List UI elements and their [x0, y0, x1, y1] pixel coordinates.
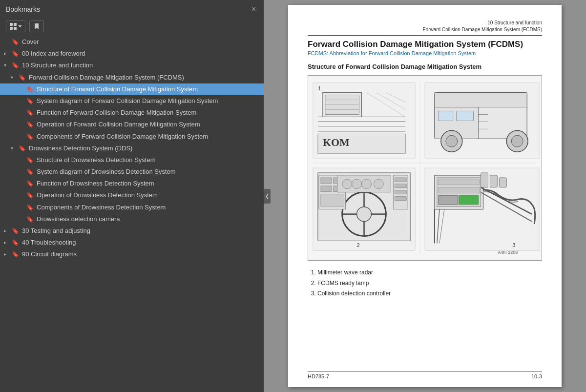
- bookmark-text-testing: 30 Testing and adjusting: [22, 227, 264, 235]
- bookmark-text-sysdiag-dds: System diagram of Drowsiness Detection S…: [37, 167, 264, 176]
- svg-rect-55: [395, 190, 406, 194]
- bookmark-icon-cover: 🔖: [12, 38, 19, 46]
- svg-point-28: [446, 135, 458, 147]
- chevron-down-icon: [18, 24, 22, 28]
- bookmark-text-op-fcdms: Operation of Forward Collision Damage Mi…: [37, 120, 264, 129]
- list-item: Millimeter wave radar: [317, 268, 542, 278]
- list-item: FCDMS ready lamp: [317, 278, 542, 289]
- svg-text:KOM: KOM: [323, 136, 350, 148]
- list-item: Collision detection controller: [317, 289, 542, 299]
- svg-rect-53: [395, 178, 406, 182]
- bookmark-text-func-fcdms: Function of Forward Collision Damage Mit…: [37, 108, 264, 117]
- svg-point-58: [342, 179, 352, 189]
- svg-point-41: [357, 207, 372, 222]
- sidebar: Bookmarks × ▾🔖Cover▸🔖00 Index and forewo…: [0, 0, 264, 392]
- svg-rect-49: [321, 186, 332, 192]
- bookmark-icon-func-fcdms: 🔖: [26, 109, 34, 117]
- collapse-panel-button[interactable]: ❮: [264, 189, 271, 204]
- svg-point-30: [511, 135, 523, 147]
- bookmark-item-fcdms[interactable]: ▾🔖Forward Collision Damage Mitigation Sy…: [0, 72, 264, 83]
- bookmark-text-circuit: 90 Circuit diagrams: [22, 250, 264, 259]
- bookmark-text-comp-dds: Components of Drowsiness Detection Syste…: [37, 203, 264, 212]
- svg-marker-23: [435, 93, 527, 107]
- bookmark-icon-op-fcdms: 🔖: [26, 121, 34, 129]
- svg-rect-71: [481, 173, 488, 187]
- bookmark-view-button[interactable]: [29, 21, 44, 32]
- bookmark-icon-index: 🔖: [12, 50, 19, 58]
- bookmark-icon: [33, 22, 41, 30]
- layout-icon-button[interactable]: [6, 21, 25, 32]
- bookmark-item-op-fcdms[interactable]: ▾🔖Operation of Forward Collision Damage …: [0, 119, 264, 130]
- svg-rect-25: [439, 111, 453, 121]
- bookmark-text-struct-fcdms: Structure of Forward Collision Damage Mi…: [37, 85, 264, 94]
- bookmark-item-func-fcdms[interactable]: ▾🔖Function of Forward Collision Damage M…: [0, 107, 264, 119]
- bookmark-icon-struct-dds: 🔖: [26, 156, 34, 165]
- bookmark-text-op-dds: Operation of Drowsiness Detection System: [37, 191, 264, 200]
- technical-drawing: 1 K: [308, 75, 542, 261]
- bookmark-item-structure[interactable]: ▾🔖10 Structure and function: [0, 60, 264, 71]
- bookmark-item-comp-fcdms[interactable]: ▾🔖Components of Forward Collision Damage…: [0, 131, 264, 143]
- bookmark-item-cam-dds[interactable]: ▾🔖Drowsiness detection camera: [0, 213, 264, 225]
- bookmark-icon-cam-dds: 🔖: [26, 215, 34, 224]
- doc-footer: HD785-7 10-3: [308, 371, 542, 379]
- svg-point-61: [374, 179, 383, 189]
- item-list: Millimeter wave radarFCDMS ready lampCol…: [308, 268, 542, 299]
- bookmark-item-struct-fcdms[interactable]: ▾🔖Structure of Forward Collision Damage …: [0, 83, 264, 95]
- bookmark-icon-sysdiag-dds: 🔖: [26, 168, 34, 176]
- svg-text:1: 1: [318, 85, 321, 91]
- svg-rect-69: [459, 196, 479, 205]
- bookmark-icon-trouble: 🔖: [12, 239, 19, 247]
- bookmark-item-comp-dds[interactable]: ▾🔖Components of Drowsiness Detection Sys…: [0, 202, 264, 213]
- document-main-title: Forward Collision Damage Mitigation Syst…: [308, 40, 542, 49]
- bookmark-text-sysdiag-fcdms: System diagram of Forward Collision Dama…: [37, 97, 264, 105]
- svg-marker-4: [18, 25, 22, 27]
- footer-page: 10-3: [531, 373, 542, 379]
- sidebar-title: Bookmarks: [6, 5, 40, 13]
- footer-model: HD785-7: [308, 373, 329, 379]
- close-button[interactable]: ×: [250, 4, 258, 15]
- bookmark-icon-comp-fcdms: 🔖: [26, 133, 34, 141]
- expand-arrow-fcdms: ▾: [11, 74, 18, 81]
- bookmark-item-circuit[interactable]: ▸🔖90 Circuit diagrams: [0, 248, 264, 260]
- bookmark-icon-struct-fcdms: 🔖: [26, 85, 34, 94]
- page-header: 10 Structure and function Forward Collis…: [308, 20, 542, 36]
- bookmark-item-sysdiag-dds[interactable]: ▾🔖System diagram of Drowsiness Detection…: [0, 166, 264, 178]
- bookmark-item-struct-dds[interactable]: ▾🔖Structure of Drowsiness Detection Syst…: [0, 154, 264, 166]
- bookmark-icon-sysdiag-fcdms: 🔖: [26, 97, 34, 105]
- svg-rect-73: [499, 178, 506, 187]
- bookmark-item-dds[interactable]: ▾🔖Drowsiness Detection System (DDS): [0, 143, 264, 154]
- header-line1: 10 Structure and function: [308, 20, 542, 26]
- bookmark-item-sysdiag-fcdms[interactable]: ▾🔖System diagram of Forward Collision Da…: [0, 95, 264, 107]
- svg-rect-66: [439, 179, 480, 185]
- bookmark-item-func-dds[interactable]: ▾🔖Function of Drowsiness Detection Syste…: [0, 178, 264, 189]
- document-subtitle: FCDMS: Abbreviation for Forward Collisio…: [308, 50, 542, 56]
- svg-rect-56: [395, 197, 406, 201]
- svg-text:A4III 2208: A4III 2208: [498, 250, 518, 255]
- bookmark-item-trouble[interactable]: ▸🔖40 Troubleshooting: [0, 237, 264, 248]
- bookmark-tree: ▾🔖Cover▸🔖00 Index and foreword▾🔖10 Struc…: [0, 36, 264, 392]
- svg-rect-54: [395, 184, 406, 188]
- expand-arrow-dds: ▾: [11, 145, 18, 152]
- bookmark-icon-circuit: 🔖: [12, 250, 19, 259]
- bookmark-text-comp-fcdms: Components of Forward Collision Damage M…: [37, 132, 264, 141]
- bookmark-icon-testing: 🔖: [12, 227, 19, 235]
- sidebar-toolbar: [0, 19, 264, 36]
- bookmark-icon-comp-dds: 🔖: [26, 204, 34, 212]
- bookmark-icon-op-dds: 🔖: [26, 191, 34, 200]
- bookmark-text-func-dds: Function of Drowsiness Detection System: [37, 179, 264, 188]
- expand-arrow-index: ▸: [4, 50, 11, 57]
- bookmark-text-structure: 10 Structure and function: [22, 61, 264, 70]
- bookmark-item-cover[interactable]: ▾🔖Cover: [0, 36, 264, 48]
- layout-icon: [9, 22, 17, 30]
- bookmark-item-index[interactable]: ▸🔖00 Index and foreword: [0, 48, 264, 60]
- section-title: Structure of Forward Collision Damage Mi…: [308, 63, 542, 70]
- bookmark-icon-dds: 🔖: [19, 144, 26, 153]
- expand-arrow-circuit: ▸: [4, 251, 11, 258]
- document-panel: 10 Structure and function Forward Collis…: [264, 0, 586, 392]
- bookmark-item-testing[interactable]: ▸🔖30 Testing and adjusting: [0, 225, 264, 237]
- svg-rect-72: [490, 175, 497, 187]
- bookmark-text-trouble: 40 Troubleshooting: [22, 238, 264, 247]
- svg-text:3: 3: [512, 242, 515, 248]
- svg-rect-51: [321, 194, 344, 206]
- bookmark-item-op-dds[interactable]: ▾🔖Operation of Drowsiness Detection Syst…: [0, 189, 264, 201]
